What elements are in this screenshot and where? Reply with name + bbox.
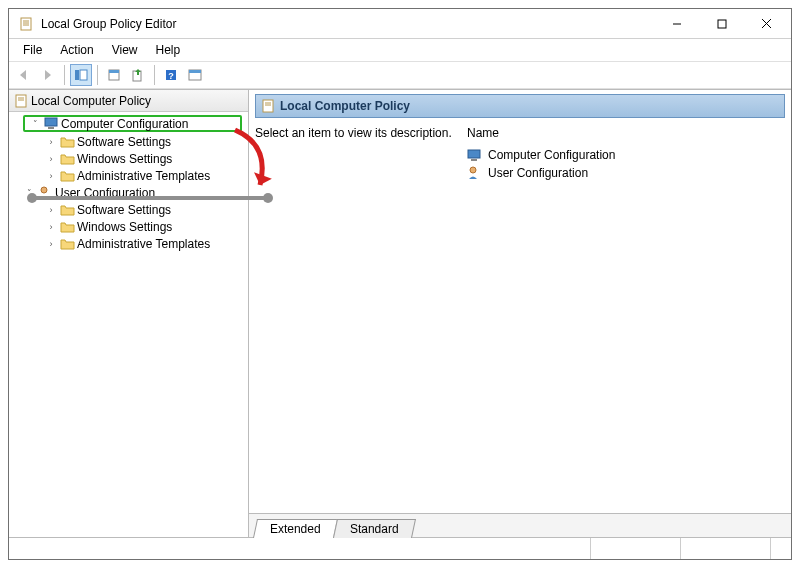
svg-point-22 bbox=[41, 187, 47, 193]
tab-standard[interactable]: Standard bbox=[333, 519, 416, 538]
svg-rect-23 bbox=[263, 100, 273, 112]
list-item-computer-configuration[interactable]: Computer Configuration bbox=[467, 146, 785, 164]
svg-rect-16 bbox=[189, 70, 201, 73]
folder-icon bbox=[59, 238, 75, 250]
tree-node-label: Administrative Templates bbox=[77, 169, 210, 183]
export-button[interactable] bbox=[127, 64, 149, 86]
tree-node-label: Software Settings bbox=[77, 135, 171, 149]
window-title: Local Group Policy Editor bbox=[41, 17, 176, 31]
tree-node-label: Computer Configuration bbox=[61, 117, 188, 131]
list-item-user-configuration[interactable]: User Configuration bbox=[467, 164, 785, 182]
svg-rect-20 bbox=[45, 118, 57, 126]
tree-root-label: Local Computer Policy bbox=[31, 94, 151, 108]
description-text: Select an item to view its description. bbox=[255, 126, 452, 140]
maximize-button[interactable] bbox=[699, 10, 744, 38]
svg-rect-17 bbox=[16, 95, 26, 107]
folder-icon bbox=[59, 204, 75, 216]
tree-node-user-software-settings[interactable]: › Software Settings bbox=[9, 201, 248, 218]
svg-rect-21 bbox=[48, 127, 54, 129]
help-button[interactable]: ? bbox=[160, 64, 182, 86]
status-bar bbox=[9, 537, 791, 559]
folder-icon bbox=[59, 136, 75, 148]
svg-rect-0 bbox=[21, 18, 31, 30]
tree-node-user-windows-settings[interactable]: › Windows Settings bbox=[9, 218, 248, 235]
expand-caret-icon[interactable]: › bbox=[45, 154, 57, 164]
list-item-label: Computer Configuration bbox=[488, 148, 615, 162]
svg-text:?: ? bbox=[168, 71, 174, 81]
tree-node-software-settings[interactable]: › Software Settings bbox=[9, 133, 248, 150]
tree-node-label: Windows Settings bbox=[77, 152, 172, 166]
folder-icon bbox=[59, 153, 75, 165]
tree-pane: Local Computer Policy ˅ Computer Configu… bbox=[9, 90, 249, 537]
detail-pane: Local Computer Policy Select an item to … bbox=[249, 90, 791, 537]
computer-icon bbox=[43, 117, 59, 130]
name-column-header[interactable]: Name bbox=[467, 126, 785, 146]
toolbar-separator bbox=[64, 65, 65, 85]
annotation-dot bbox=[263, 193, 273, 203]
tree-body: ˅ Computer Configuration › Software Sett… bbox=[9, 112, 248, 254]
svg-rect-5 bbox=[718, 20, 726, 28]
tree-header[interactable]: Local Computer Policy bbox=[9, 90, 248, 112]
svg-rect-9 bbox=[80, 70, 87, 80]
tree-node-user-administrative-templates[interactable]: › Administrative Templates bbox=[9, 235, 248, 252]
menu-view[interactable]: View bbox=[104, 41, 146, 59]
detail-header-label: Local Computer Policy bbox=[280, 99, 410, 113]
user-icon bbox=[467, 166, 482, 180]
svg-rect-26 bbox=[468, 150, 480, 158]
toolbar: ? bbox=[9, 61, 791, 89]
folder-icon bbox=[59, 221, 75, 233]
tree-node-windows-settings[interactable]: › Windows Settings bbox=[9, 150, 248, 167]
toolbar-separator bbox=[97, 65, 98, 85]
expand-caret-icon[interactable]: ˅ bbox=[29, 119, 41, 129]
properties-button[interactable] bbox=[103, 64, 125, 86]
back-button[interactable] bbox=[13, 64, 35, 86]
description-column: Select an item to view its description. bbox=[255, 126, 455, 513]
tree-node-label: Software Settings bbox=[77, 203, 171, 217]
policy-icon bbox=[262, 99, 274, 113]
expand-caret-icon[interactable]: › bbox=[45, 222, 57, 232]
detail-body: Select an item to view its description. … bbox=[249, 126, 791, 513]
svg-rect-11 bbox=[109, 70, 119, 73]
name-column: Name Computer Configuration User Configu… bbox=[467, 126, 785, 513]
menu-action[interactable]: Action bbox=[52, 41, 101, 59]
tree-node-label: Windows Settings bbox=[77, 220, 172, 234]
toolbar-separator bbox=[154, 65, 155, 85]
detail-header: Local Computer Policy bbox=[255, 94, 785, 118]
forward-button[interactable] bbox=[37, 64, 59, 86]
expand-caret-icon[interactable]: › bbox=[45, 137, 57, 147]
menu-help[interactable]: Help bbox=[148, 41, 189, 59]
filter-button[interactable] bbox=[184, 64, 206, 86]
minimize-button[interactable] bbox=[654, 10, 699, 38]
menu-file[interactable]: File bbox=[15, 41, 50, 59]
annotation-dot bbox=[27, 193, 37, 203]
menu-bar: File Action View Help bbox=[9, 39, 791, 61]
tree-node-administrative-templates[interactable]: › Administrative Templates bbox=[9, 167, 248, 184]
app-window: Local Group Policy Editor File Action Vi… bbox=[8, 8, 792, 560]
expand-caret-icon[interactable]: › bbox=[45, 205, 57, 215]
window-controls bbox=[654, 10, 789, 38]
title-bar: Local Group Policy Editor bbox=[9, 9, 791, 39]
svg-rect-27 bbox=[471, 159, 477, 161]
annotation-line bbox=[31, 196, 267, 200]
tab-strip: Extended Standard bbox=[249, 513, 791, 537]
close-button[interactable] bbox=[744, 10, 789, 38]
app-icon bbox=[17, 17, 35, 31]
folder-icon bbox=[59, 170, 75, 182]
expand-caret-icon[interactable]: › bbox=[45, 239, 57, 249]
main-area: Local Computer Policy ˅ Computer Configu… bbox=[9, 89, 791, 537]
show-tree-button[interactable] bbox=[70, 64, 92, 86]
tree-node-label: Administrative Templates bbox=[77, 237, 210, 251]
svg-point-28 bbox=[470, 167, 476, 173]
policy-icon bbox=[15, 94, 27, 108]
list-item-label: User Configuration bbox=[488, 166, 588, 180]
svg-rect-8 bbox=[75, 70, 79, 80]
tab-extended[interactable]: Extended bbox=[253, 519, 338, 538]
tree-node-computer-configuration[interactable]: ˅ Computer Configuration bbox=[23, 115, 242, 132]
computer-icon bbox=[467, 149, 482, 162]
expand-caret-icon[interactable]: › bbox=[45, 171, 57, 181]
